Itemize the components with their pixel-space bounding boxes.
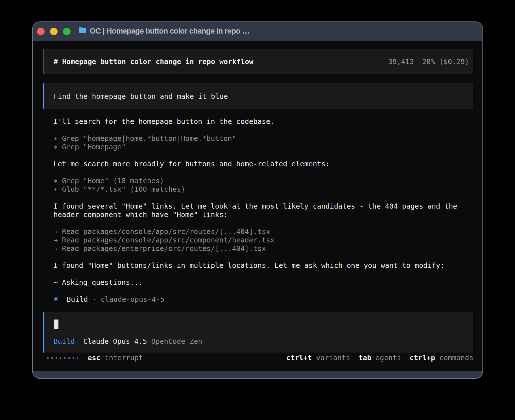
tool-call-line: → Read packages/console/app/src/componen…: [54, 236, 457, 244]
tool-call-line: → Read packages/enterprise/src/routes/[.…: [54, 244, 457, 253]
spinner-dots-icon: [47, 357, 78, 359]
assistant-text-line: I found "Home" buttons/links in multiple…: [54, 261, 457, 270]
blank-line: [54, 270, 457, 278]
interrupt-label: interrupt: [105, 354, 143, 362]
tool-call-line: ∗ Grep "Home" (18 matches): [54, 177, 457, 185]
input-model[interactable]: Claude Opus 4.5: [83, 337, 147, 345]
session-title: # Homepage button color change in repo w…: [54, 49, 253, 74]
tool-call-line: ∗ Glob "**/*.tsx" (100 matches): [54, 185, 457, 194]
window-titlebar[interactable]: OC | Homepage button color change in rep…: [32, 21, 483, 41]
input-footer: Build Claude Opus 4.5 OpenCode Zen: [54, 337, 202, 346]
minimize-button-icon[interactable]: [50, 28, 58, 35]
commands-key-hint[interactable]: ctrl+p: [410, 354, 435, 362]
agent-status-row: Build · claude-opus-4-5: [54, 295, 457, 304]
blank-line: [54, 151, 457, 160]
prompt-input[interactable]: Build Claude Opus 4.5 OpenCode Zen: [43, 312, 473, 353]
variants-key-hint[interactable]: ctrl+t: [286, 354, 312, 362]
blank-line: [54, 253, 457, 261]
agents-label: agents: [376, 354, 401, 362]
commands-label: commands: [439, 354, 473, 362]
assistant-text-line: I'll search for the homepage button in t…: [54, 117, 457, 126]
assistant-status-line: ~ Asking questions...: [54, 278, 457, 287]
blank-line: [54, 194, 457, 202]
session-header: # Homepage button color change in repo w…: [43, 49, 473, 74]
variants-label: variants: [316, 354, 350, 362]
tool-call-line: ∗ Grep "Homepage": [54, 143, 457, 151]
tool-call-line: ∗ Grep "homepage|home.*button|Home.*butt…: [54, 134, 457, 143]
tool-call-line: → Read packages/console/app/src/routes/[…: [54, 228, 457, 236]
window-title: OC | Homepage button color change in rep…: [90, 21, 250, 41]
folder-icon: [78, 26, 87, 34]
assistant-text-line: Let me search more broadly for buttons a…: [54, 160, 457, 168]
agent-name: Build: [67, 295, 88, 303]
assistant-transcript: I'll search for the homepage button in t…: [54, 117, 457, 304]
statusbar-left: esc interrupt: [88, 354, 143, 362]
text-cursor: [54, 320, 58, 329]
user-message: Find the homepage button and make it blu…: [43, 83, 473, 109]
blank-line: [54, 126, 457, 134]
terminal-window: OC | Homepage button color change in rep…: [32, 21, 483, 379]
terminal-content[interactable]: # Homepage button color change in repo w…: [33, 41, 482, 371]
statusbar-right: ctrl+t variants tab agents ctrl+p comman…: [286, 354, 473, 362]
input-provider: OpenCode Zen: [151, 337, 202, 345]
assistant-text-line: header component which have "Home" links…: [54, 211, 457, 219]
agents-key-hint[interactable]: tab: [359, 354, 371, 362]
blank-line: [54, 219, 457, 228]
agent-model: · claude-opus-4-5: [92, 295, 164, 303]
user-message-text: Find the homepage button and make it blu…: [54, 84, 228, 109]
blank-line: [54, 168, 457, 177]
esc-key-hint[interactable]: esc: [88, 354, 101, 362]
blank-line: [54, 287, 457, 295]
agent-build-icon: [54, 298, 58, 301]
zoom-button-icon[interactable]: [63, 28, 71, 35]
input-mode[interactable]: Build: [54, 337, 75, 345]
close-button-icon[interactable]: [37, 28, 45, 35]
assistant-text-line: I found several "Home" links. Let me loo…: [54, 202, 457, 211]
session-stats: 39,413 20% ($0.29): [388, 49, 469, 74]
